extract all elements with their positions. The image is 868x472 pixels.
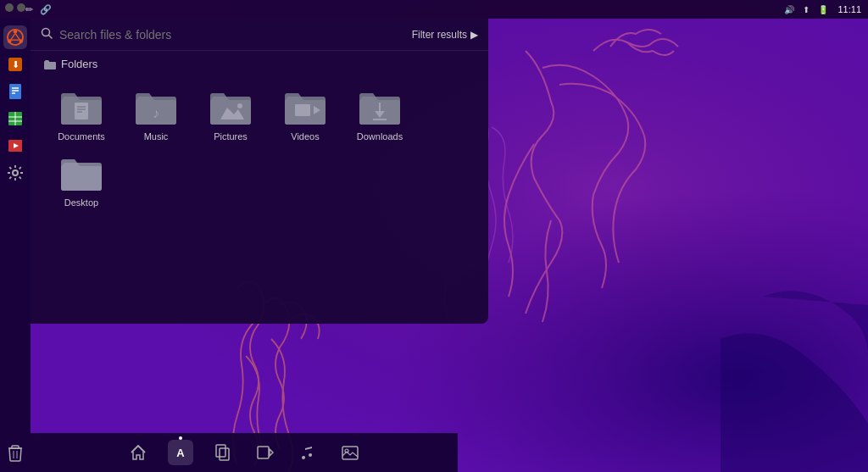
- filter-label: Filter results: [412, 29, 467, 41]
- home-icon: [130, 444, 147, 461]
- svg-rect-41: [258, 447, 269, 458]
- battery-icon: 🔋: [817, 3, 829, 15]
- downloads-folder-icon: [358, 89, 402, 126]
- music-icon: [300, 444, 315, 461]
- dock-item-apps[interactable]: A: [168, 440, 193, 465]
- dock-bar: A: [31, 433, 458, 472]
- install-icon: ⬇: [7, 56, 24, 73]
- folder-item-documents[interactable]: Documents: [44, 82, 119, 148]
- downloads-label: Downloads: [357, 131, 403, 142]
- ubuntu-logo-icon: [7, 29, 24, 46]
- folders-label: Folders: [61, 58, 97, 70]
- topbar-icons: 🔊 ⬆ 🔋 11:11: [783, 3, 861, 15]
- svg-rect-40: [220, 448, 229, 460]
- folders-grid: Documents ♪ Music: [31, 75, 488, 221]
- trash-icon: [7, 445, 24, 462]
- sidebar: ⬇: [0, 19, 31, 472]
- svg-point-20: [13, 170, 18, 175]
- svg-rect-33: [295, 104, 310, 116]
- desktop-label: Desktop: [64, 197, 98, 208]
- svg-point-32: [237, 103, 242, 108]
- svg-marker-42: [270, 449, 273, 456]
- writer-icon: [7, 83, 24, 100]
- sidebar-item-trash[interactable]: [3, 441, 27, 465]
- svg-rect-10: [9, 84, 21, 99]
- svg-rect-26: [75, 103, 88, 119]
- svg-rect-39: [216, 445, 225, 457]
- active-dot: [179, 436, 182, 440]
- desktop-folder-icon: [59, 155, 103, 192]
- pictures-label: Pictures: [214, 131, 248, 142]
- sidebar-item-calc[interactable]: [3, 107, 27, 130]
- svg-line-25: [49, 36, 53, 39]
- svg-text:⬇: ⬇: [12, 59, 19, 69]
- wifi-icon[interactable]: ⬆: [800, 3, 812, 15]
- music-folder-icon: ♪: [134, 89, 178, 126]
- photos-icon: [342, 445, 359, 460]
- folder-header-icon: [44, 59, 56, 69]
- topbar-left: ✏ 🔗: [25, 4, 52, 15]
- dock-item-video[interactable]: [253, 440, 278, 465]
- sidebar-item-install[interactable]: ⬇: [3, 53, 27, 76]
- sidebar-bottom: [3, 441, 27, 465]
- search-icon: [41, 27, 53, 42]
- sidebar-item-settings[interactable]: [3, 161, 27, 185]
- search-row: Filter results ▶: [31, 19, 488, 51]
- music-label: Music: [144, 131, 169, 142]
- files-icon: [215, 444, 231, 461]
- dock-item-music[interactable]: [295, 440, 320, 465]
- sidebar-item-writer[interactable]: [3, 80, 27, 103]
- sidebar-item-impress[interactable]: [3, 134, 27, 158]
- clock: 11:11: [837, 4, 861, 14]
- calc-icon: [7, 110, 24, 127]
- impress-icon: [7, 137, 24, 154]
- filter-results-button[interactable]: Filter results ▶: [412, 29, 478, 41]
- filter-arrow-icon: ▶: [470, 29, 478, 41]
- link-icon: 🔗: [40, 4, 52, 15]
- folder-item-downloads[interactable]: Downloads: [342, 82, 417, 148]
- dock-item-home[interactable]: [125, 440, 151, 465]
- documents-label: Documents: [58, 131, 105, 142]
- edit-icon: ✏: [25, 4, 33, 15]
- video-icon: [257, 446, 274, 459]
- search-panel: Filter results ▶ Folders: [31, 19, 488, 324]
- folder-item-desktop[interactable]: Desktop: [44, 148, 119, 214]
- minimize-button[interactable]: [17, 3, 25, 12]
- window-controls: [5, 3, 25, 12]
- sidebar-item-ubuntu[interactable]: [3, 25, 27, 49]
- folder-item-music[interactable]: ♪ Music: [119, 82, 193, 148]
- documents-folder-icon: [59, 89, 103, 126]
- videos-label: Videos: [291, 131, 319, 142]
- topbar: ✏ 🔗 🔊 ⬆ 🔋 11:11: [0, 0, 868, 19]
- folder-item-videos[interactable]: Videos: [268, 82, 342, 148]
- svg-text:A: A: [176, 447, 185, 459]
- dock-item-photos[interactable]: [337, 440, 363, 465]
- search-input[interactable]: [59, 28, 412, 42]
- close-button[interactable]: [5, 3, 14, 12]
- svg-point-4: [14, 30, 18, 34]
- videos-folder-icon: [283, 89, 327, 126]
- settings-icon: [7, 164, 24, 181]
- dock-item-files[interactable]: [210, 440, 236, 465]
- folder-item-pictures[interactable]: Pictures: [193, 82, 268, 148]
- svg-text:♪: ♪: [153, 106, 159, 120]
- apps-icon: A: [172, 444, 189, 461]
- speaker-icon[interactable]: 🔊: [783, 3, 795, 15]
- pictures-folder-icon: [209, 89, 253, 126]
- folders-section-header: Folders: [31, 51, 488, 75]
